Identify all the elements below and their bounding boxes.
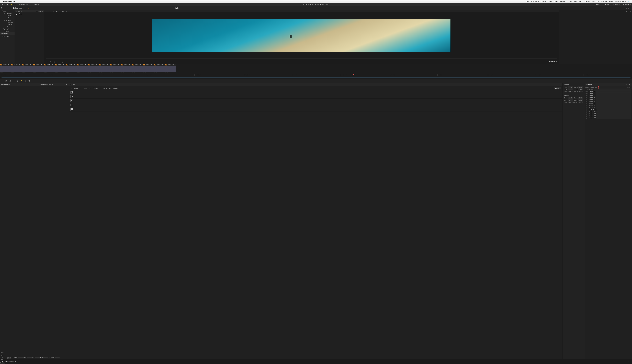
- clip-thumbnail[interactable]: 0310:06:13:09V1RED: [22, 64, 33, 74]
- wheels-pivot-input[interactable]: 0.435: [27, 357, 32, 358]
- keyframes-corrector-row[interactable]: ○◇▸Corrector 8: [584, 105, 632, 107]
- timeline-toggle[interactable]: ⏳Timeline: [30, 3, 40, 6]
- page-tab-media[interactable]: Media: [0, 350, 4, 353]
- keyframes-corrector-row[interactable]: ○◇▸Corrector 3: [584, 95, 632, 97]
- tree-folder-04audio[interactable]: 04_Audio: [0, 30, 14, 32]
- clips-toggle[interactable]: ▾Clips: [592, 3, 601, 6]
- keyframes-corrector-row[interactable]: ○◇▸Corrector 5: [584, 99, 632, 101]
- menu-clip[interactable]: Clip: [578, 0, 583, 2]
- volume-icon[interactable]: 🔊: [53, 61, 55, 63]
- 3d-icon[interactable]: 🅐: [28, 80, 30, 82]
- clip-thumbnail[interactable]: 1100:00:00:00V1H.264: [110, 64, 121, 74]
- shape-item-rect[interactable]: [69, 90, 562, 94]
- menu-fusion[interactable]: Fusion: [553, 0, 559, 2]
- keyframes-corrector-row[interactable]: ○◇▸Corrector 6: [584, 101, 632, 103]
- blur-icon[interactable]: ◐: [17, 80, 19, 82]
- keyframes-corrector-row[interactable]: ○◇▸Corrector 14: [584, 117, 632, 119]
- shape-item-grad[interactable]: [69, 107, 562, 112]
- clip-thumbnail[interactable]: 0210:40:09:01V1RED: [11, 64, 22, 74]
- mini-timeline[interactable]: 01:00:00:0001:00:23:0201:00:46:0401:01:0…: [0, 74, 632, 79]
- keyframes-corrector-row[interactable]: ○◇▸Corrector 7: [584, 103, 632, 105]
- clip-thumbnail[interactable]: 0520:27:45:04V1RED: [44, 64, 55, 74]
- page-tab-color[interactable]: Color: [0, 363, 4, 364]
- home-icon[interactable]: ⌂: [624, 360, 626, 362]
- stop-icon[interactable]: ■: [65, 61, 67, 63]
- panel-menu-icon[interactable]: ☰: [1, 7, 3, 9]
- search-icon[interactable]: 🔍: [627, 0, 631, 2]
- keyframes-master-row[interactable]: ○◇▸Corrector 1: [584, 91, 632, 93]
- settings-gear-icon[interactable]: ⚙: [628, 360, 630, 362]
- menu-trim[interactable]: Trim: [590, 0, 596, 2]
- wheels-panel-mode[interactable]: Primaries Wheels: [40, 84, 51, 86]
- nodes-toggle[interactable]: ⊂Nodes: [601, 3, 610, 6]
- cursor-icon[interactable]: ✥: [24, 7, 26, 9]
- play-reverse-icon[interactable]: ◀: [61, 61, 63, 63]
- keyframes-corrector-row[interactable]: ○◇▸Corrector 12: [584, 113, 632, 115]
- clip-thumbnail[interactable]: 0800:12:04:13V1RED: [77, 64, 88, 74]
- menu-workspace[interactable]: Workspace: [530, 0, 540, 2]
- shape-polygon-icon[interactable]: ⬠: [89, 87, 91, 89]
- auto-page-1-btn[interactable]: 1: [7, 357, 8, 358]
- auto-page-2-btn[interactable]: 2: [9, 357, 11, 358]
- mediapool-toggle[interactable]: ▣Media Pool: [18, 3, 30, 6]
- sizing-icon[interactable]: ⬚: [24, 80, 26, 82]
- menu-file[interactable]: File: [600, 0, 604, 2]
- wheels-lummix-input[interactable]: 100.00: [55, 357, 60, 358]
- prev-clip-icon[interactable]: ⏮: [57, 61, 59, 63]
- keyframes-reset-icon[interactable]: ⟲: [628, 84, 630, 86]
- clip-thumbnail[interactable]: 1200:00:00:00V1H.264: [121, 64, 132, 74]
- qualifier-alt-icon[interactable]: ✜: [1, 357, 3, 359]
- play-icon[interactable]: ▶: [68, 61, 70, 63]
- windows-icon[interactable]: ◯: [9, 80, 11, 82]
- lightbox-toggle[interactable]: ▦Lightbox: [621, 3, 632, 6]
- subheader-center-dropdown[interactable]: ▾: [180, 7, 181, 9]
- page-tab-cut[interactable]: Cut: [0, 353, 4, 356]
- shape-item-circle[interactable]: [69, 94, 562, 98]
- keyframes-corrector-row[interactable]: ○◇▸Parallel Mixer: [584, 109, 632, 111]
- smartbin-keywords[interactable]: ▸ Keywords: [0, 35, 14, 38]
- node-graph-canvas[interactable]: [559, 14, 632, 64]
- tree-folder-02footage[interactable]: ▾ 02_Footage Camera A Camera B: [0, 19, 14, 28]
- next-clip-icon[interactable]: ⏭: [72, 61, 74, 63]
- back-arrow[interactable]: ‹: [7, 7, 8, 9]
- shape-linear-icon[interactable]: ▱: [70, 87, 72, 89]
- clip-thumbnail[interactable]: 0900:00:00:00V1H.264: [88, 64, 99, 74]
- eye-icon[interactable]: 👁: [50, 61, 52, 63]
- clip-thumbnail[interactable]: 1000:00:00:00V1H.264: [99, 64, 110, 74]
- tree-sub-cameraB[interactable]: Camera B: [3, 24, 14, 27]
- clip-thumbnail[interactable]: 0110:13:24:00V1RED: [0, 64, 11, 74]
- loop-toggle-icon[interactable]: ⟳: [76, 61, 78, 63]
- clip-thumbnail[interactable]: 1500:00:00:00V1H.264: [154, 64, 165, 74]
- clip-thumbnail[interactable]: 1400:00:00:00V1H.264: [143, 64, 154, 74]
- luts-toggle[interactable]: 📏LUTs: [10, 3, 18, 6]
- wheels-panel-arrow[interactable]: ▾: [52, 84, 53, 86]
- clip-item-dailies[interactable]: ▣ Dailies: [14, 13, 44, 15]
- tree-master-row[interactable]: ▾ Master: [0, 10, 14, 12]
- keyframes-corrector-row[interactable]: ○◇▸Corrector 13: [584, 115, 632, 117]
- menu-mark[interactable]: Mark: [573, 0, 578, 2]
- shape-circle-icon[interactable]: ○: [80, 87, 82, 89]
- clip-thumbnail[interactable]: 1600:00:34:01V1H.264: [165, 64, 176, 74]
- menu-edit[interactable]: Edit: [596, 0, 600, 2]
- more-icon[interactable]: ⋯: [623, 7, 625, 9]
- fit-icon[interactable]: ⊡: [625, 7, 627, 9]
- clip-thumbnail[interactable]: 0410:24:18:02V1RED: [33, 64, 44, 74]
- tree-sub-dailies[interactable]: Dailies: [3, 14, 14, 16]
- forward-arrow[interactable]: ›: [9, 7, 9, 9]
- keyframes-corrector-row[interactable]: ○◇▸Corrector 4: [584, 97, 632, 99]
- keyframes-expand-icon[interactable]: ⛶: [626, 84, 628, 86]
- menu-view[interactable]: View: [568, 0, 573, 2]
- keyframes-corrector-row[interactable]: ○◇▸Corrector 11: [584, 111, 632, 113]
- tracking-icon[interactable]: ⊕: [13, 80, 15, 82]
- menu-color[interactable]: Color: [547, 0, 553, 2]
- shape-item-curve[interactable]: [69, 103, 562, 107]
- tree-sub-cameraA[interactable]: Camera A: [3, 21, 14, 24]
- window-panel-expand-icon[interactable]: ⛶: [557, 84, 559, 86]
- shape-gradient-icon[interactable]: ◢: [109, 87, 111, 89]
- menu-fairlight[interactable]: Fairlight: [540, 0, 547, 2]
- loop-icon[interactable]: ↺: [46, 61, 48, 63]
- menu-timeline[interactable]: Timeline: [583, 0, 590, 2]
- gallery-toggle[interactable]: ▦Gallery: [0, 3, 10, 6]
- keyframes-corrector-row[interactable]: ○◇▸Corrector 9: [584, 107, 632, 109]
- window-panel-reset-icon[interactable]: ⟲: [559, 84, 561, 86]
